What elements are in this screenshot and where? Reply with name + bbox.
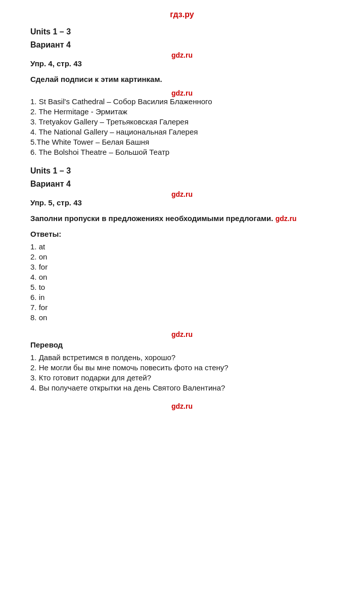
answer-item: 7. for xyxy=(30,303,334,312)
watermark-3: gdz.ru xyxy=(171,190,193,198)
footer-site: gdz.ru xyxy=(171,402,193,410)
site-header: гдз.ру xyxy=(30,10,334,19)
site-header-text: гдз.ру xyxy=(170,10,194,19)
answers-title: Ответы: xyxy=(30,230,334,238)
section2: Units 1 – 3 Вариант 4 gdz.ru Упр. 5, стр… xyxy=(30,166,334,392)
list-item: 4. The National Gallery – национальная Г… xyxy=(30,127,334,136)
translation-item: 2. Не могли бы вы мне помочь повесить фо… xyxy=(30,363,334,372)
units-title-2: Units 1 – 3 xyxy=(30,166,334,176)
watermark-2: gdz.ru xyxy=(171,89,193,97)
answers-list: 1. at 2. on 3. for 4. on 5. to 6. in 7. … xyxy=(30,242,334,322)
task-description-1: Сделай подписи к этим картинкам. xyxy=(30,75,334,83)
list-item: 2. The Hermitage - Эрмитаж xyxy=(30,107,334,116)
translation-item: 4. Вы получаете открытки на день Святого… xyxy=(30,383,334,392)
variant-block-2: Вариант 4 gdz.ru Упр. 5, стр. 43 xyxy=(30,180,334,207)
answer-item: 5. to xyxy=(30,283,334,291)
variant-title-1: Вариант 4 xyxy=(30,40,334,50)
answer-item: 3. for xyxy=(30,263,334,271)
perevod-title: Перевод xyxy=(30,340,334,349)
list-item: 5.The White Tower – Белая Башня xyxy=(30,138,334,146)
exercise-1: Упр. 4, стр. 43 xyxy=(30,59,334,68)
translation-item: 1. Давай встретимся в полдень, хорошо? xyxy=(30,353,334,362)
footer-watermark: gdz.ru xyxy=(30,402,334,410)
answer-item: 6. in xyxy=(30,293,334,301)
task-description-2: Заполни пропуски в предложениях необходи… xyxy=(30,214,334,223)
answer-item: 2. on xyxy=(30,252,334,261)
watermark-5: gdz.ru xyxy=(171,330,193,338)
translation-item: 3. Кто готовит подарки для детей? xyxy=(30,373,334,382)
watermark-4: gdz.ru xyxy=(276,214,297,223)
section1: Units 1 – 3 Вариант 4 gdz.ru Упр. 4, стр… xyxy=(30,27,334,156)
answer-item: 1. at xyxy=(30,242,334,251)
list-item: 6. The Bolshoi Theatre – Большой Театр xyxy=(30,148,334,156)
answer-item: 8. on xyxy=(30,313,334,322)
exercise-2: Упр. 5, стр. 43 xyxy=(30,198,334,207)
watermark-1: gdz.ru xyxy=(171,51,193,59)
task-text-2: Заполни пропуски в предложениях необходи… xyxy=(30,214,274,223)
variant-block-1: Вариант 4 gdz.ru Упр. 4, стр. 43 xyxy=(30,40,334,68)
translation-list: 1. Давай встретимся в полдень, хорошо? 2… xyxy=(30,353,334,392)
items-list-1: 1. St Basil's Cathedral – Собор Василия … xyxy=(30,97,334,156)
units-title-1: Units 1 – 3 xyxy=(30,27,334,36)
variant-title-2: Вариант 4 xyxy=(30,180,334,189)
list-item: 1. St Basil's Cathedral – Собор Василия … xyxy=(30,97,334,106)
list-item: 3. Tretyakov Gallery – Третьяковская Гал… xyxy=(30,117,334,126)
answer-item: 4. on xyxy=(30,273,334,281)
